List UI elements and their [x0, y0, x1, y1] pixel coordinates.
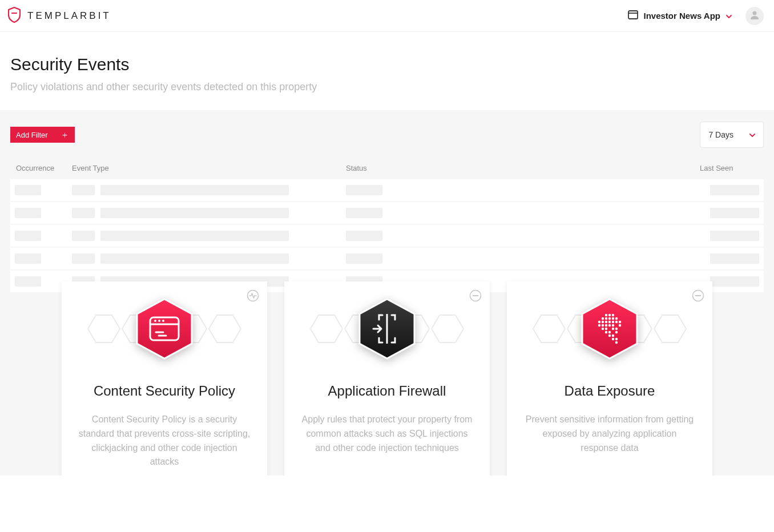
add-filter-label: Add Filter [16, 131, 48, 139]
app-switcher[interactable]: Investor News App [628, 10, 732, 22]
brand-name: TEMPLARBIT [27, 10, 111, 22]
svg-point-62 [612, 338, 614, 340]
card-hero [507, 281, 712, 378]
last-seen-skeleton [710, 185, 759, 195]
svg-point-40 [598, 321, 600, 323]
hex-icon [130, 295, 199, 365]
svg-point-56 [615, 328, 618, 330]
card-body: Data Exposure Prevent sensitive informat… [507, 378, 712, 475]
event-type-skeleton [72, 185, 337, 195]
table-controls: Add Filter ＋ 7 Days [10, 122, 764, 148]
brand-logo-icon [8, 7, 21, 25]
svg-point-43 [608, 321, 611, 323]
svg-point-33 [608, 314, 611, 316]
status-skeleton [346, 208, 382, 218]
table-row[interactable] [10, 202, 764, 225]
status-skeleton [346, 231, 382, 241]
event-type-skeleton [72, 208, 337, 218]
table-row[interactable] [10, 225, 764, 248]
hex-icon [353, 295, 421, 365]
card-title: Content Security Policy [78, 383, 251, 399]
app-switcher-label: Investor News App [644, 11, 720, 21]
card-title: Application Firewall [300, 383, 474, 399]
svg-point-42 [605, 321, 607, 323]
svg-marker-19 [311, 315, 342, 342]
card-description: Prevent sensitive information from getti… [523, 413, 696, 455]
svg-point-35 [602, 317, 604, 320]
svg-marker-30 [654, 315, 686, 342]
col-status[interactable]: Status [341, 159, 695, 179]
svg-point-63 [615, 338, 618, 340]
user-icon [749, 10, 760, 22]
svg-marker-8 [209, 315, 241, 342]
svg-point-53 [602, 328, 604, 330]
svg-point-49 [605, 324, 607, 327]
svg-marker-27 [533, 315, 565, 342]
svg-point-51 [612, 324, 614, 327]
table-row[interactable] [10, 248, 764, 271]
svg-marker-9 [137, 299, 192, 358]
topbar: TEMPLARBIT Investor News App [0, 0, 774, 32]
svg-point-58 [608, 331, 611, 333]
status-skeleton [346, 253, 382, 264]
table-row[interactable] [10, 179, 764, 202]
last-seen-skeleton [710, 253, 759, 264]
occurrence-skeleton [15, 208, 41, 218]
svg-point-48 [602, 324, 604, 327]
chevron-down-icon [726, 11, 732, 21]
svg-point-54 [605, 328, 607, 330]
brand[interactable]: TEMPLARBIT [8, 7, 111, 25]
events-table: Occurrence Event Type Status Last Seen [10, 159, 764, 293]
card-title: Data Exposure [523, 383, 696, 399]
hex-icon [575, 295, 644, 365]
svg-marker-31 [582, 299, 637, 358]
svg-point-46 [619, 321, 621, 323]
svg-point-32 [605, 314, 607, 316]
svg-point-52 [619, 324, 621, 327]
svg-rect-1 [628, 11, 638, 19]
svg-point-14 [162, 320, 164, 322]
col-last-seen[interactable]: Last Seen [695, 159, 764, 179]
last-seen-skeleton [710, 208, 759, 218]
svg-point-57 [605, 331, 607, 333]
svg-point-60 [608, 334, 611, 337]
page-title: Security Events [10, 55, 764, 74]
card-description: Apply rules that protect your property f… [300, 413, 474, 455]
col-event-type[interactable]: Event Type [67, 159, 341, 179]
event-type-skeleton [72, 253, 337, 264]
add-filter-button[interactable]: Add Filter ＋ [10, 127, 75, 143]
event-type-skeleton [72, 231, 337, 241]
content-area: Add Filter ＋ 7 Days Occurrence Event Typ… [0, 110, 774, 475]
svg-point-55 [612, 328, 614, 330]
time-range-select[interactable]: 7 Days [700, 122, 764, 148]
last-seen-skeleton [710, 231, 759, 241]
plus-icon: ＋ [61, 130, 69, 140]
svg-point-37 [608, 317, 611, 320]
feature-card[interactable]: Application Firewall Apply rules that pr… [284, 281, 490, 475]
occurrence-skeleton [15, 231, 41, 241]
svg-point-38 [612, 317, 614, 320]
feature-cards: Content Security Policy Content Security… [0, 281, 774, 475]
chevron-down-icon [749, 130, 755, 140]
page-header: Security Events Policy violations and ot… [0, 32, 774, 110]
card-hero [62, 281, 267, 378]
svg-point-3 [753, 11, 757, 15]
feature-card[interactable]: Content Security Policy Content Security… [62, 281, 267, 475]
svg-point-34 [612, 314, 614, 316]
svg-point-41 [602, 321, 604, 323]
card-body: Application Firewall Apply rules that pr… [284, 378, 490, 475]
svg-point-39 [615, 317, 618, 320]
feature-card[interactable]: Data Exposure Prevent sensitive informat… [507, 281, 712, 475]
card-body: Content Security Policy Content Security… [62, 378, 267, 475]
svg-point-64 [615, 341, 618, 344]
svg-marker-22 [432, 315, 463, 342]
svg-point-13 [158, 320, 160, 322]
window-icon [628, 10, 638, 22]
col-occurrence[interactable]: Occurrence [10, 159, 67, 179]
svg-point-45 [615, 321, 618, 323]
svg-point-59 [615, 331, 618, 333]
card-description: Content Security Policy is a security st… [78, 413, 251, 469]
avatar[interactable] [745, 7, 764, 25]
svg-point-50 [608, 324, 611, 327]
svg-point-61 [612, 334, 614, 337]
